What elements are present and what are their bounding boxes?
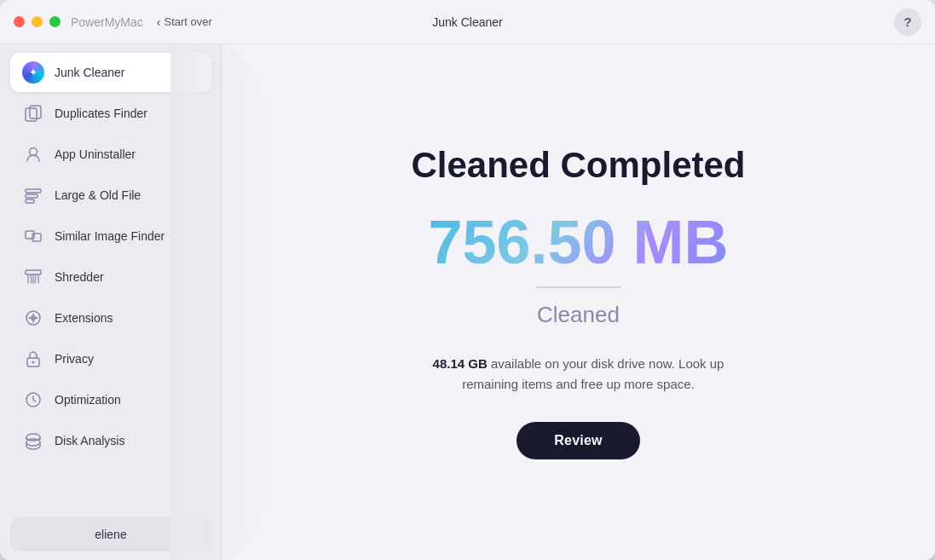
optimization-label: Optimization [55,393,121,407]
disk-info-text: available on your disk drive now. Look u… [462,356,724,391]
chevron-left-icon: ‹ [157,15,161,29]
sidebar-item-extensions[interactable]: Extensions [10,298,211,338]
sidebar-item-duplicates-finder[interactable]: Duplicates Finder [10,94,211,133]
help-label: ? [903,14,911,29]
svg-rect-8 [26,270,41,274]
shredder-label: Shredder [55,270,104,284]
junk-icon-circle [22,61,44,84]
sidebar-item-shredder[interactable]: Shredder [10,257,211,297]
app-uninstaller-icon [22,143,44,165]
sidebar: Junk Cleaner Duplicates Finder [0,44,222,560]
disk-available: 48.14 GB [433,356,488,371]
username: eliene [95,528,126,541]
sidebar-item-privacy[interactable]: Privacy [10,339,211,378]
extensions-icon [22,307,44,329]
maximize-button[interactable] [49,16,61,27]
disk-analysis-label: Disk Analysis [55,434,124,447]
svg-rect-4 [26,194,38,198]
sidebar-item-large-old-file[interactable]: Large & Old File [10,176,211,215]
user-profile[interactable]: eliene [10,517,211,551]
content-area: Cleaned Completed 756.50 MB Cleaned 48.1… [222,44,935,560]
window-title: Junk Cleaner [432,15,503,29]
svg-point-2 [30,148,38,156]
svg-rect-3 [26,189,41,193]
svg-rect-5 [26,199,34,203]
main-content: Junk Cleaner Duplicates Finder [0,44,935,560]
sidebar-item-junk-cleaner[interactable]: Junk Cleaner [10,53,211,92]
junk-cleaner-icon [22,61,44,84]
duplicates-finder-icon [22,102,44,124]
help-button[interactable]: ? [894,9,921,36]
sidebar-item-similar-image-finder[interactable]: Similar Image Finder [10,216,211,256]
sidebar-item-optimization[interactable]: Optimization [10,380,211,419]
svg-point-15 [26,434,40,441]
large-old-file-label: Large & Old File [55,188,141,202]
disk-info: 48.14 GB available on your disk drive no… [417,354,741,395]
sidebar-item-disk-analysis[interactable]: Disk Analysis [10,421,211,460]
traffic-lights [14,16,61,27]
close-button[interactable] [14,16,25,27]
sidebar-items: Junk Cleaner Duplicates Finder [10,53,211,517]
minimize-button[interactable] [32,16,43,27]
cleaned-amount: 756.50 MB [428,211,728,273]
title-bar: PowerMyMac ‹ Start over Junk Cleaner ? [0,0,935,44]
large-old-file-icon [22,184,44,206]
review-button[interactable]: Review [517,422,639,459]
privacy-icon [22,348,44,370]
disk-analysis-icon [22,430,44,452]
similar-image-finder-label: Similar Image Finder [55,229,164,243]
shredder-icon [22,266,44,288]
optimization-icon [22,389,44,411]
extensions-label: Extensions [55,311,113,325]
similar-image-finder-icon [22,225,44,247]
svg-point-12 [32,361,35,364]
divider [536,286,621,288]
app-name-label: PowerMyMac [71,15,143,29]
junk-cleaner-label: Junk Cleaner [55,66,125,79]
duplicates-finder-label: Duplicates Finder [55,107,147,120]
completed-heading: Cleaned Completed [411,145,745,186]
cleaned-label: Cleaned [537,302,620,328]
privacy-label: Privacy [55,352,94,366]
start-over-button[interactable]: ‹ Start over [157,15,212,29]
start-over-label: Start over [164,15,211,28]
app-uninstaller-label: App Uninstaller [55,147,136,161]
app-window: PowerMyMac ‹ Start over Junk Cleaner ? J… [0,0,935,560]
sidebar-item-app-uninstaller[interactable]: App Uninstaller [10,135,211,174]
